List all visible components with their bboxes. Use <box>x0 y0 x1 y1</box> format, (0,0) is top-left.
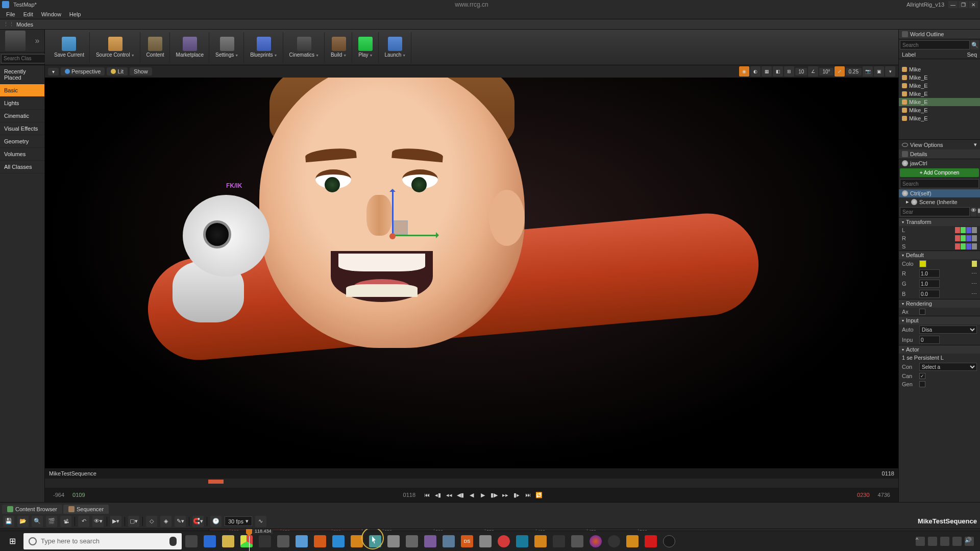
lit-button[interactable]: Lit <box>107 67 128 76</box>
stats-icon[interactable]: ▦ <box>762 66 772 77</box>
unity-icon[interactable] <box>550 533 568 549</box>
save-current-button[interactable]: Save Current <box>49 32 90 63</box>
play-button[interactable]: Play▼ <box>353 32 378 63</box>
outliner-row[interactable]: Mike_E <box>899 73 980 82</box>
key-all-icon[interactable]: ◇ <box>146 516 157 527</box>
convert-actor-select[interactable]: Select a <box>919 363 977 371</box>
key-options-icon[interactable]: ✎▾ <box>175 516 186 527</box>
color-g-input[interactable] <box>919 280 940 288</box>
category-basic[interactable]: Basic <box>0 84 44 97</box>
default-section-header[interactable]: ▾Default <box>899 251 980 259</box>
render-icon[interactable]: 🎬 <box>46 516 57 527</box>
fov-icon[interactable]: ◧ <box>773 66 783 77</box>
play-icon[interactable]: ▶ <box>479 491 487 499</box>
generate-checkbox[interactable] <box>919 381 925 387</box>
actor-hidden-checkbox[interactable] <box>919 309 925 315</box>
frame-forward-icon[interactable]: ▮▶ <box>490 491 498 499</box>
viewport[interactable]: FK/IK <box>45 78 898 468</box>
source-control-button[interactable]: Source Control▼ <box>91 32 140 63</box>
scale-snap-icon[interactable]: ⤢ <box>835 66 845 77</box>
autokey-icon[interactable]: ◈ <box>160 516 172 527</box>
game-view-icon[interactable]: ◉ <box>739 66 749 77</box>
menu-help[interactable]: Help <box>65 10 85 18</box>
outliner-row[interactable]: Mike_E <box>899 98 980 106</box>
content-button[interactable]: Content <box>141 32 170 63</box>
taskbar-search[interactable]: Type here to search <box>23 533 182 549</box>
outliner-row[interactable]: Mike <box>899 65 980 73</box>
find-in-cb-icon[interactable]: 📂 <box>17 516 29 527</box>
menu-file[interactable]: File <box>2 10 19 18</box>
tray-icon[interactable] <box>940 537 949 546</box>
details-grid-icon[interactable]: ▦ <box>977 207 980 216</box>
goto-end-icon[interactable]: ⏭ <box>524 491 532 499</box>
category-lights[interactable]: Lights <box>0 97 44 110</box>
app-icon[interactable] <box>403 533 421 549</box>
range-end[interactable]: 4736 <box>878 492 890 498</box>
task-view-icon[interactable] <box>183 533 200 549</box>
category-visual-effects[interactable]: Visual Effects <box>0 122 44 135</box>
skype-icon[interactable] <box>495 533 512 549</box>
build-button[interactable]: Build▼ <box>326 32 352 63</box>
show-button[interactable]: Show <box>130 67 152 76</box>
tab-content-browser[interactable]: Content Browser <box>2 505 62 514</box>
edge-icon[interactable] <box>201 533 218 549</box>
step-back-key-icon[interactable]: ◂▮ <box>434 491 442 499</box>
outliner-row[interactable]: Mike_E <box>899 90 980 98</box>
start-button[interactable]: ⊞ <box>2 533 22 549</box>
maximize-viewport-icon[interactable]: ▣ <box>874 66 884 77</box>
view-options-button[interactable]: View Options▾ <box>899 139 980 149</box>
category-all-classes[interactable]: All Classes <box>0 161 44 173</box>
blender-icon[interactable] <box>624 533 641 549</box>
transform-gizmo[interactable] <box>392 195 453 256</box>
details-filter-input[interactable] <box>900 207 970 216</box>
view-icon[interactable]: 👁▾ <box>92 516 104 527</box>
outliner-row[interactable]: Mike_E <box>899 106 980 114</box>
app-icon[interactable] <box>311 533 329 549</box>
rendering-section-header[interactable]: ▾Rendering <box>899 299 980 308</box>
category-recently-placed[interactable]: Recently Placed <box>0 65 44 84</box>
viewport-layout-icon[interactable]: ▾ <box>885 66 895 77</box>
close-button[interactable]: ✕ <box>969 1 978 8</box>
app-icon[interactable] <box>569 533 586 549</box>
app-icon[interactable] <box>477 533 494 549</box>
search-icon[interactable]: 🔍 <box>32 516 43 527</box>
range-start[interactable]: -964 <box>53 492 64 498</box>
tray-icon[interactable] <box>928 537 937 546</box>
tray-up-icon[interactable]: ^ <box>916 537 925 546</box>
minimize-button[interactable]: — <box>948 1 958 8</box>
maximize-button[interactable]: ❐ <box>959 1 968 8</box>
outliner-row[interactable]: Mike_E <box>899 114 980 122</box>
can-damage-checkbox[interactable] <box>919 373 925 379</box>
menu-edit[interactable]: Edit <box>19 10 37 18</box>
play-icon[interactable]: ▶▾ <box>110 516 121 527</box>
gizmo-origin[interactable] <box>389 233 396 239</box>
fkak-label[interactable]: FK/IK <box>226 182 242 189</box>
modes-expand-icon[interactable]: » <box>35 36 40 45</box>
launch-button[interactable]: Launch▼ <box>380 32 412 63</box>
tray-volume-icon[interactable]: 🔊 <box>965 537 974 546</box>
gizmo-plane[interactable] <box>394 220 408 235</box>
blueprints-button[interactable]: Blueprints▼ <box>245 32 283 63</box>
app-icon[interactable] <box>440 533 457 549</box>
maya-icon[interactable] <box>513 533 531 549</box>
cinematics-button[interactable]: Cinematics▼ <box>284 32 325 63</box>
outliner-search-input[interactable] <box>900 40 970 49</box>
selected-component[interactable]: jawCtrl <box>899 159 980 167</box>
color-r-input[interactable] <box>919 269 940 278</box>
angle-snap-icon[interactable]: ∠ <box>808 66 818 77</box>
angle-snap-value[interactable]: 10° <box>819 68 833 76</box>
app-icon[interactable] <box>275 533 292 549</box>
gizmo-x-axis[interactable] <box>392 235 438 236</box>
app-icon[interactable] <box>422 533 439 549</box>
category-geometry[interactable]: Geometry <box>0 135 44 148</box>
app-icon[interactable]: DS <box>458 533 476 549</box>
realtime-icon[interactable]: ◐ <box>750 66 761 77</box>
actor-section-header[interactable]: ▾Actor <box>899 345 980 354</box>
range-in[interactable]: 0109 <box>72 492 85 498</box>
component-scene-row[interactable]: ▸ Scene (Inherite <box>899 197 980 206</box>
goto-start-icon[interactable]: ⏮ <box>423 491 431 499</box>
frame-back-icon[interactable]: ◀▮ <box>456 491 464 499</box>
category-volumes[interactable]: Volumes <box>0 148 44 161</box>
add-component-button[interactable]: + Add Componen <box>900 168 979 177</box>
range-out[interactable]: 0230 <box>857 492 869 498</box>
